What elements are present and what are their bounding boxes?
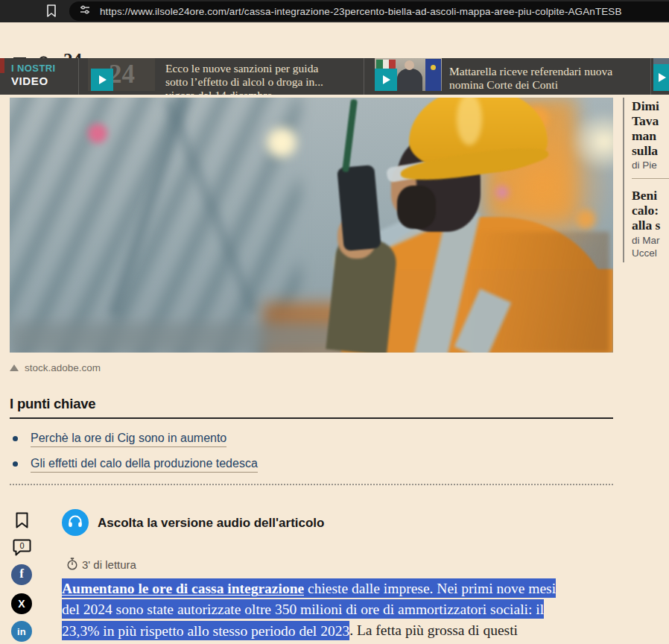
audio-play-button[interactable] xyxy=(62,509,89,536)
comments-count: 0 xyxy=(19,541,24,550)
lead-link-highlighted[interactable]: Aumentano le ore di cassa integrazione xyxy=(62,578,304,598)
facebook-share-button[interactable]: f xyxy=(11,564,32,585)
browser-toolbar: https://www.ilsole24ore.com/art/cassa-in… xyxy=(0,0,669,22)
comments-icon[interactable]: 0 xyxy=(13,539,31,559)
page: https://www.ilsole24ore.com/art/cassa-in… xyxy=(0,0,669,644)
rule xyxy=(10,417,613,419)
divider xyxy=(364,58,364,95)
video-title-2[interactable]: Mattarella riceve referendari nuova nomi… xyxy=(449,65,612,92)
walkie-talkie xyxy=(337,165,381,251)
sidebar-divider xyxy=(623,98,624,262)
lead-text: . La fetta più grossa di questi xyxy=(349,622,518,638)
save-bookmark-icon[interactable] xyxy=(15,512,29,532)
triangle-icon xyxy=(10,364,19,371)
key-point-link-1[interactable]: Perchè la ore di Cig sono in aumento xyxy=(31,432,226,447)
dotted-separator xyxy=(10,484,613,485)
bullet-dot xyxy=(13,436,18,441)
bookmark-icon[interactable] xyxy=(46,4,57,18)
sidebar-article-2-title[interactable]: Beni calo: alla s xyxy=(632,188,669,233)
video-strip-kicker-2: VIDEO xyxy=(11,75,48,87)
bullet-dot xyxy=(13,461,18,467)
key-point-item: Perchè la ore di Cig sono in aumento xyxy=(10,432,613,447)
video-strip-kicker: I NOSTRI xyxy=(11,63,56,74)
divider xyxy=(78,58,79,95)
key-points-heading: I punti chiave xyxy=(10,396,95,412)
url-text[interactable]: https://www.ilsole24ore.com/art/cassa-in… xyxy=(100,6,622,17)
figure-silhouette xyxy=(397,69,422,91)
site-permissions-icon[interactable] xyxy=(80,4,90,18)
address-bar[interactable]: https://www.ilsole24ore.com/art/cassa-in… xyxy=(69,1,669,21)
article-image xyxy=(10,98,613,353)
sidebar-article-2-byline: di Mar Uccel xyxy=(632,235,669,259)
lead-paragraph: Aumentano le ore di cassa integrazione c… xyxy=(62,578,565,642)
read-time: 3' di lettura xyxy=(82,558,136,571)
play-icon[interactable] xyxy=(653,64,669,91)
audio-cta-label[interactable]: Ascolta la versione audio dell'articolo xyxy=(98,516,324,531)
figure-head xyxy=(405,60,414,70)
carousel-edge xyxy=(0,58,4,73)
sidebar-article-1-title[interactable]: Dimi Tava man sulla xyxy=(632,98,669,158)
video-title-1[interactable]: Ecco le nuove sanzioni per guida sotto l… xyxy=(165,62,323,95)
linkedin-share-button[interactable]: in xyxy=(11,621,32,642)
sidebar-rule xyxy=(632,178,669,179)
headphones-icon xyxy=(68,515,83,531)
stopwatch-icon xyxy=(66,558,78,573)
play-icon[interactable] xyxy=(91,69,113,91)
site-header: 24 Italia Cassa integrazione +23%, da Bi… xyxy=(0,22,669,58)
divider xyxy=(650,58,651,95)
play-icon[interactable] xyxy=(375,69,397,91)
eu-flag xyxy=(425,59,441,91)
image-credit: stock.adobe.com xyxy=(10,362,101,373)
key-point-link-2[interactable]: Gli effetti del calo della produzione te… xyxy=(31,457,258,473)
x-share-button[interactable]: X xyxy=(11,593,32,614)
sidebar-article-1-byline: di Pie xyxy=(632,160,669,172)
key-point-item: Gli effetti del calo della produzione te… xyxy=(10,457,613,473)
